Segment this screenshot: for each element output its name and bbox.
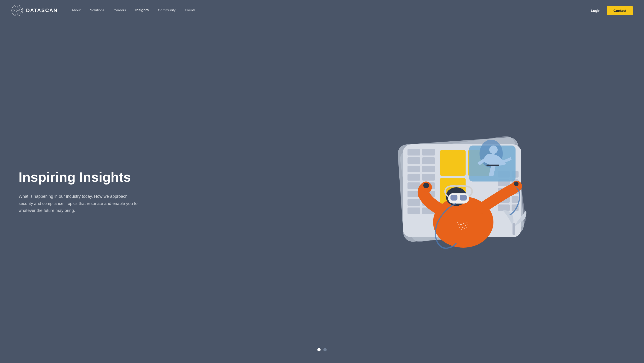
svg-point-70	[489, 146, 498, 154]
hero-title: Inspiring Insights	[18, 170, 292, 185]
nav-community[interactable]: Community	[158, 8, 176, 13]
svg-point-17	[19, 9, 20, 9]
svg-point-4	[21, 9, 22, 10]
svg-point-32	[16, 11, 17, 12]
svg-rect-59	[498, 204, 510, 211]
slide-indicator-1[interactable]	[317, 348, 320, 352]
svg-rect-42	[422, 157, 435, 164]
svg-rect-44	[422, 166, 435, 172]
hero-illustration	[292, 120, 626, 264]
svg-rect-46	[422, 174, 435, 181]
slide-indicators	[317, 348, 327, 352]
svg-point-23	[15, 12, 15, 12]
nav-about[interactable]: About	[72, 8, 80, 13]
contact-button[interactable]: Contact	[607, 6, 633, 15]
svg-point-14	[15, 6, 16, 7]
svg-rect-78	[460, 195, 467, 201]
nav-solutions[interactable]: Solutions	[90, 8, 104, 13]
nav-careers[interactable]: Careers	[114, 8, 126, 13]
nav-right: Login Contact	[591, 6, 633, 15]
svg-point-3	[20, 8, 21, 8]
nav-events[interactable]: Events	[185, 8, 196, 13]
svg-point-24	[14, 10, 15, 11]
svg-point-21	[17, 13, 18, 14]
svg-rect-43	[408, 166, 420, 172]
svg-point-19	[19, 12, 20, 12]
svg-point-29	[18, 10, 18, 11]
logo-area[interactable]: DATASCAN	[11, 4, 58, 16]
svg-point-87	[459, 227, 460, 228]
svg-point-30	[18, 11, 18, 12]
svg-point-1	[17, 6, 18, 7]
slide-indicator-2[interactable]	[324, 348, 327, 352]
illustration-container	[377, 125, 540, 259]
svg-point-83	[460, 224, 462, 225]
svg-point-2	[19, 6, 20, 7]
hero-section: Inspiring Insights What is happening in …	[0, 21, 644, 363]
login-button[interactable]: Login	[591, 8, 600, 12]
svg-point-85	[465, 225, 466, 226]
svg-point-84	[463, 223, 464, 224]
svg-point-80	[423, 183, 429, 188]
svg-point-88	[458, 224, 459, 225]
svg-point-31	[17, 12, 18, 12]
svg-point-7	[19, 14, 20, 15]
svg-point-11	[13, 11, 14, 12]
svg-rect-39	[408, 149, 420, 155]
svg-rect-53	[408, 208, 420, 214]
svg-point-10	[14, 13, 14, 13]
svg-point-9	[15, 14, 16, 15]
svg-rect-47	[408, 182, 420, 189]
svg-rect-71	[486, 165, 499, 166]
hero-svg	[377, 125, 540, 259]
svg-point-27	[17, 9, 18, 9]
navbar: DATASCAN About Solutions Careers Insight…	[0, 0, 644, 21]
svg-point-15	[17, 7, 18, 8]
svg-rect-45	[408, 174, 420, 181]
svg-rect-63	[512, 196, 518, 203]
svg-rect-40	[422, 149, 435, 155]
logo-icon	[11, 4, 23, 16]
svg-point-18	[20, 10, 20, 11]
svg-rect-65	[440, 150, 466, 176]
svg-point-91	[466, 227, 467, 228]
svg-point-82	[514, 181, 518, 186]
svg-point-12	[13, 9, 14, 10]
svg-rect-77	[450, 195, 458, 201]
hero-text-area: Inspiring Insights What is happening in …	[18, 170, 292, 214]
svg-point-93	[466, 222, 468, 223]
svg-point-20	[18, 13, 18, 13]
svg-point-26	[16, 8, 16, 8]
svg-point-22	[16, 13, 16, 13]
brand-name: DATASCAN	[26, 7, 58, 13]
svg-point-33	[16, 10, 16, 11]
svg-rect-51	[408, 199, 420, 206]
svg-point-86	[462, 227, 463, 228]
svg-point-8	[17, 14, 18, 15]
svg-point-16	[18, 8, 19, 8]
hero-subtitle: What is happening in our industry today.…	[18, 193, 140, 214]
svg-point-34	[16, 9, 16, 10]
svg-point-35	[17, 10, 18, 11]
svg-point-5	[21, 11, 22, 12]
svg-rect-72	[512, 223, 515, 235]
svg-rect-41	[408, 157, 420, 164]
svg-point-6	[20, 13, 21, 13]
svg-point-13	[14, 8, 14, 8]
svg-point-28	[18, 9, 18, 10]
svg-point-92	[468, 224, 468, 225]
nav-links: About Solutions Careers Insights Communi…	[72, 8, 591, 13]
svg-point-90	[461, 229, 462, 230]
svg-point-94	[457, 222, 458, 223]
svg-point-25	[15, 9, 15, 9]
nav-insights[interactable]: Insights	[135, 8, 149, 13]
svg-point-89	[464, 228, 465, 229]
